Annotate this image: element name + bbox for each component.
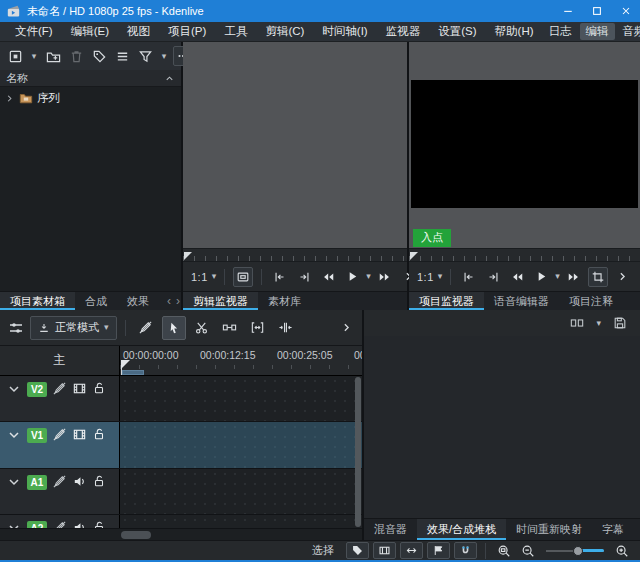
add-clip-button[interactable]	[5, 46, 25, 66]
track-effects-icon[interactable]	[52, 381, 67, 396]
track-lane-a1[interactable]	[120, 469, 362, 514]
lock-icon[interactable]	[92, 474, 106, 488]
playhead-marker[interactable]	[410, 252, 418, 260]
snap-toggle-button[interactable]	[454, 542, 477, 559]
chevron-down-icon[interactable]	[6, 427, 22, 443]
save-effect-stack-button[interactable]	[610, 313, 630, 333]
selection-tool-button[interactable]	[162, 316, 186, 340]
play-options-chevron-icon[interactable]: ▾	[555, 272, 560, 281]
tab-effects[interactable]: 效果	[117, 292, 159, 310]
playhead-marker[interactable]	[184, 252, 192, 260]
hide-video-icon[interactable]	[72, 381, 87, 396]
tab-media-browser[interactable]: 素材库	[258, 292, 311, 310]
play-button[interactable]	[531, 267, 551, 287]
split-compare-button[interactable]	[567, 313, 587, 333]
add-clip-dropdown[interactable]: ▾	[28, 46, 40, 66]
track-header-a1[interactable]: A1	[0, 469, 120, 514]
tab-subtitles[interactable]: 字幕	[592, 519, 634, 540]
track-header-a2[interactable]: A2	[0, 515, 120, 528]
chevron-down-icon[interactable]	[6, 381, 22, 397]
maximize-button[interactable]	[582, 0, 611, 22]
track-effects-icon[interactable]	[52, 427, 67, 442]
set-zone-in-button[interactable]	[270, 267, 290, 287]
tab-mixer[interactable]: 混音器	[364, 519, 417, 540]
tab-speech-editor[interactable]: 语音编辑器	[484, 292, 559, 310]
create-folder-button[interactable]	[43, 46, 63, 66]
rewind-button[interactable]	[507, 267, 527, 287]
track-lane-v2[interactable]	[120, 376, 362, 421]
workspace-editing[interactable]: 编辑	[580, 23, 615, 40]
scroll-right-icon[interactable]: ›	[176, 294, 180, 308]
monitor-zoom-level[interactable]: 1:1	[417, 271, 434, 283]
clip-monitor-ruler[interactable]	[183, 248, 407, 261]
bin-item-sequence[interactable]: 序列	[2, 90, 179, 106]
mute-icon[interactable]	[72, 520, 87, 528]
track-target-badge[interactable]: A2	[27, 521, 47, 528]
clip-monitor-display[interactable]	[183, 42, 407, 248]
play-options-chevron-icon[interactable]: ▾	[366, 272, 371, 281]
transport-overflow-button[interactable]	[612, 267, 632, 287]
zoom-out-button[interactable]	[518, 541, 538, 561]
show-comments-button[interactable]	[427, 542, 450, 559]
playhead-marker[interactable]	[121, 360, 130, 369]
track-lane-a2[interactable]	[120, 515, 362, 528]
menu-view[interactable]: 视图	[118, 24, 159, 39]
filter-button[interactable]	[135, 46, 155, 66]
track-target-badge[interactable]: A1	[27, 475, 47, 490]
timeline-overflow-button[interactable]	[336, 318, 356, 338]
workspace-logging[interactable]: 日志	[543, 23, 578, 40]
timeline-vertical-scrollbar[interactable]	[355, 377, 361, 527]
workspace-audio[interactable]: 音频	[617, 23, 640, 40]
chevron-down-icon[interactable]: ▾	[596, 319, 601, 328]
slider-handle[interactable]	[573, 546, 583, 556]
spacer-tool-button[interactable]	[218, 316, 242, 340]
master-track-button[interactable]: 主	[0, 346, 120, 375]
project-monitor-display[interactable]: 入点	[409, 42, 640, 248]
chevron-down-icon[interactable]	[6, 520, 22, 528]
lock-icon[interactable]	[92, 381, 106, 395]
set-zone-in-button[interactable]	[459, 267, 479, 287]
hide-video-icon[interactable]	[72, 427, 87, 442]
fast-forward-button[interactable]	[375, 267, 395, 287]
play-button[interactable]	[342, 267, 362, 287]
set-zone-out-button[interactable]	[294, 267, 314, 287]
show-markers-button[interactable]	[346, 542, 369, 559]
track-target-badge[interactable]: V2	[27, 382, 47, 397]
timeline-zone-bar[interactable]	[122, 370, 144, 375]
zoom-in-button[interactable]	[612, 541, 632, 561]
fit-zoom-button[interactable]	[246, 316, 270, 340]
chevron-down-icon[interactable]: ▾	[212, 272, 217, 281]
timeline-horizontal-scrollbar[interactable]	[0, 528, 362, 540]
minimize-button[interactable]	[553, 0, 582, 22]
menu-help[interactable]: 帮助(H)	[486, 24, 543, 39]
zone-trim-button[interactable]	[588, 267, 608, 287]
menu-tools[interactable]: 工具	[215, 24, 256, 39]
mute-icon[interactable]	[72, 474, 87, 489]
tab-clip-monitor[interactable]: 剪辑监视器	[183, 292, 258, 310]
tab-compositions[interactable]: 合成	[75, 292, 117, 310]
tab-effect-stack[interactable]: 效果/合成堆栈	[417, 519, 506, 540]
tab-project-bin[interactable]: 项目素材箱	[0, 292, 75, 310]
chevron-down-icon[interactable]: ▾	[438, 272, 443, 281]
menu-clip[interactable]: 剪辑(C)	[256, 24, 313, 39]
filter-dropdown[interactable]: ▾	[158, 46, 170, 66]
scroll-left-icon[interactable]: ‹	[167, 294, 171, 308]
fast-forward-button[interactable]	[564, 267, 584, 287]
show-video-thumbnails-button[interactable]	[373, 542, 396, 559]
monitor-zoom-level[interactable]: 1:1	[191, 271, 208, 283]
rewind-button[interactable]	[318, 267, 338, 287]
show-audio-thumbnails-button[interactable]	[400, 542, 423, 559]
tab-time-remap[interactable]: 时间重新映射	[506, 519, 592, 540]
view-mode-button[interactable]	[112, 46, 132, 66]
zoom-fit-button[interactable]	[494, 541, 514, 561]
track-target-badge[interactable]: V1	[27, 428, 47, 443]
track-options-button[interactable]	[6, 318, 26, 338]
track-lane-v1[interactable]	[120, 422, 362, 468]
project-monitor-ruler[interactable]	[409, 248, 640, 261]
lock-icon[interactable]	[92, 427, 106, 441]
track-header-v2[interactable]: V2	[0, 376, 120, 421]
menu-project[interactable]: 项目(P)	[159, 24, 215, 39]
track-header-v1[interactable]: V1	[0, 422, 120, 468]
menu-file[interactable]: 文件(F)	[6, 24, 62, 39]
track-effects-icon[interactable]	[52, 520, 67, 528]
